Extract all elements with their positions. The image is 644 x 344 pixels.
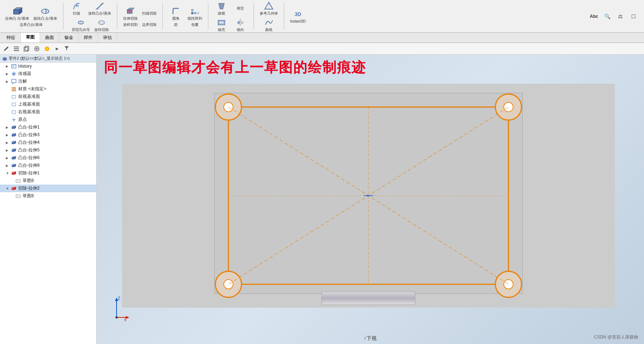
sidebar-item-boss5[interactable]: ▶ 凸台-拉伸5 — [0, 146, 96, 154]
sidebar-item-boss4[interactable]: ▶ 凸台-拉伸4 — [0, 139, 96, 146]
sensors-expand-arrow: ▶ — [6, 72, 11, 76]
top-plane-label: 上视基准面 — [18, 101, 40, 107]
sep4 — [208, 3, 208, 29]
extrude-boss-button[interactable]: 拉伸凸 台/基体 — [4, 5, 31, 21]
cut2-icon — [11, 186, 17, 191]
tab-features[interactable]: 特征 — [1, 33, 21, 43]
tabs-bar: 特征 草图 曲面 钣金 焊件 评估 — [0, 33, 644, 43]
origin-label: 原点 — [18, 116, 27, 123]
sidebar-item-material[interactable]: ▶ 材质 <未指定> — [0, 85, 96, 93]
svg-text:Z: Z — [118, 296, 120, 301]
sidebar-item-annotations[interactable]: ▶ 注解 — [0, 78, 96, 85]
draft-button[interactable]: 拔模 — [213, 0, 230, 16]
text-tool-button[interactable]: Abc — [588, 13, 600, 20]
add-view-button[interactable] — [32, 44, 42, 54]
sidebar-item-origin[interactable]: ▶ 原点 — [0, 116, 96, 123]
svg-rect-72 — [12, 173, 15, 175]
sweep-button[interactable]: 扫描 — [68, 0, 85, 16]
svg-marker-44 — [12, 79, 16, 84]
annotations-expand-arrow: ▶ — [6, 80, 11, 83]
material-icon — [11, 86, 17, 92]
fillet-button[interactable]: 圆角 — [167, 5, 185, 21]
sidebar-item-boss6[interactable]: ▶ 凸台-拉伸6 — [0, 154, 96, 162]
right-plane-icon — [11, 109, 17, 115]
svg-rect-12 — [127, 10, 132, 13]
sidebar-item-history[interactable]: ▶ History — [0, 63, 96, 70]
copy-view-button[interactable] — [22, 44, 31, 54]
sidebar-item-sensors[interactable]: ▶ 传感器 — [0, 70, 96, 78]
sidebar-resize-handle[interactable] — [95, 55, 96, 344]
hole-icon — [76, 17, 86, 28]
options-button[interactable]: ☐ — [628, 13, 639, 20]
svg-rect-32 — [24, 47, 28, 52]
toolbar-group-extrude: 拉伸凸 台/基体 旋转凸 台/基体 边界凸台/基体 — [2, 1, 60, 31]
extrude-cut-button[interactable]: 拉伸切除 — [122, 5, 139, 21]
boss3-label: 凸台-拉伸3 — [18, 132, 40, 138]
svg-rect-57 — [12, 134, 15, 137]
sidebar-item-boss8[interactable]: ▶ 凸台-拉伸8 — [0, 162, 96, 169]
revolve-cut-button[interactable]: 旋转切除 — [93, 17, 110, 32]
curves-button[interactable]: 曲线 — [260, 17, 278, 32]
ref-geometry-button[interactable]: 参考几何体 — [258, 0, 279, 16]
hole-wizard-button[interactable]: 异型孔向导 — [70, 17, 91, 32]
intersect-button[interactable]: 相交 — [232, 5, 249, 11]
tab-weldment[interactable]: 焊件 — [79, 33, 98, 43]
sketch-viewport[interactable] — [122, 84, 615, 308]
linear-pattern-button[interactable]: 线性阵列 — [186, 5, 204, 21]
svg-rect-63 — [12, 150, 15, 152]
search-toolbar-button[interactable]: 🔍 — [602, 13, 613, 20]
loft-cut-button[interactable]: 放样切割 — [122, 22, 139, 27]
instant3d-button[interactable]: 3D Instant3D — [289, 8, 307, 24]
svg-marker-20 — [219, 3, 224, 9]
shell-button[interactable]: 抽壳 — [213, 17, 230, 32]
front-plane-label: 前视基准面 — [18, 94, 40, 100]
tab-surface[interactable]: 曲面 — [40, 33, 59, 43]
extrude-boss-label: 拉伸凸 台/基体 — [5, 16, 29, 20]
svg-rect-31 — [25, 46, 29, 51]
compare-button[interactable]: ⚖ — [615, 13, 626, 20]
sweep-cut-button[interactable]: 扫描切除 — [141, 11, 158, 16]
svg-rect-19 — [191, 9, 193, 11]
origin-icon — [11, 117, 17, 123]
rib-button[interactable]: 筋 — [167, 22, 185, 27]
sidebar-item-boss3[interactable]: ▶ 凸台-拉伸3 — [0, 131, 96, 139]
svg-rect-69 — [12, 165, 15, 167]
revolve-boss-button[interactable]: 旋转凸 台/基体 — [32, 5, 59, 21]
toolbar-row3: 异型孔向导 旋转切除 — [70, 17, 110, 32]
tab-sheetmetal[interactable]: 钣金 — [59, 33, 79, 43]
sidebar-item-cut1[interactable]: ▼ 切除-拉伸1 — [0, 169, 96, 177]
list-view-button[interactable] — [12, 44, 21, 54]
boss8-icon — [11, 163, 17, 169]
sidebar-part-name: 零件2 (默认<<默认>_显示状态 1>) — [9, 56, 70, 61]
sidebar-item-right-plane[interactable]: ▶ 右视基准面 — [0, 108, 96, 116]
coord-axes: Z X — [104, 296, 129, 322]
sketch-pencil-button[interactable] — [1, 44, 11, 54]
ref-geometry-label: 参考几何体 — [260, 11, 278, 15]
fillet-label: 圆角 — [172, 16, 180, 20]
toolbar-group-cut: 拉伸切除 扫描切除 放样切割 边界切除 — [120, 1, 160, 31]
sep2 — [117, 3, 117, 29]
svg-rect-54 — [12, 127, 15, 129]
svg-rect-49 — [12, 103, 16, 106]
wrap-button[interactable]: 包覆 — [186, 22, 204, 27]
svg-point-42 — [13, 73, 15, 75]
color-view-button[interactable] — [42, 44, 52, 54]
sidebar-item-boss1[interactable]: ▶ 凸台-拉伸1 — [0, 123, 96, 131]
sweep-cut-label: 扫描切除 — [142, 11, 157, 15]
boundary-cut-button[interactable]: 边界切除 — [141, 22, 158, 27]
mirror-button[interactable]: 镜向 — [232, 17, 249, 32]
sidebar-item-sketch8-2[interactable]: ▶ 草图8 — [0, 192, 96, 200]
boundary-boss-button[interactable]: 边界凸台/基体 — [18, 22, 44, 27]
expand-secondary-button[interactable]: ▶ — [52, 44, 62, 54]
loft-boss-button[interactable]: 放样凸台/基体 — [87, 0, 113, 16]
tab-sketch[interactable]: 草图 — [21, 33, 40, 43]
tab-evaluate[interactable]: 评估 — [98, 33, 117, 43]
sidebar-item-cut2[interactable]: ▼ 切除-拉伸2 — [0, 185, 96, 192]
sidebar-item-front-plane[interactable]: ▶ 前视基准面 — [0, 93, 96, 100]
loft-boss-label: 放样凸台/基体 — [88, 11, 111, 15]
sidebar-item-top-plane[interactable]: ▶ 上视基准面 — [0, 100, 96, 108]
sidebar-item-sketch8-1[interactable]: ▶ 草图8 — [0, 177, 96, 185]
watermark: CSDN @宽容人厚载物 — [594, 334, 638, 340]
boss1-icon — [11, 124, 17, 130]
filter-area — [64, 46, 69, 52]
